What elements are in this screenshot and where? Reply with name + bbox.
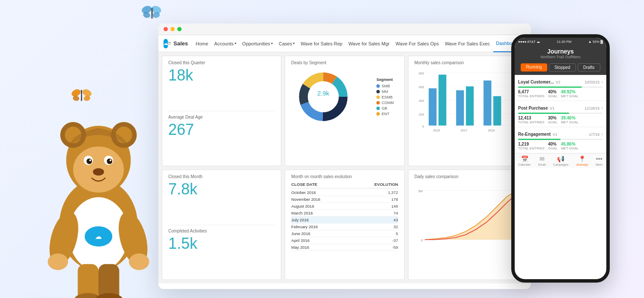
- phone-nav-journeys[interactable]: 📍 Journeys: [576, 155, 588, 166]
- table-row: March 2016 74: [291, 210, 398, 217]
- table-row-highlight: July 2016 43: [291, 217, 398, 224]
- col-evolution: EVOLUTION: [374, 182, 398, 187]
- nav-wave-mgr[interactable]: Wave for Sales Mgr: [346, 35, 392, 52]
- journey-1-date-group: 10/20/15 ›: [584, 77, 603, 85]
- card-month-on-month: Month on month sales evolution CLOSE DAT…: [285, 170, 404, 280]
- nav-wave-exec[interactable]: Wave For Sales Exec: [442, 35, 492, 52]
- phone-tabs: Running Stopped Drafts: [515, 62, 606, 75]
- phone-status-time: 11:20 PM: [557, 40, 571, 44]
- journey-1-progress-fill: [518, 86, 582, 88]
- row-val-0: 1,372: [388, 190, 398, 195]
- journey-2-name: Post Purchase: [518, 106, 548, 110]
- row-val-7: -37: [392, 238, 398, 243]
- row-val-5: 32: [394, 224, 398, 229]
- salesforce-logo: ☁: [164, 39, 168, 48]
- journey-2-name-group: Post Purchase V1: [518, 104, 555, 111]
- svg-text:☁: ☁: [95, 233, 102, 240]
- row-date-8: May 2016: [291, 245, 392, 250]
- journey-2-version: V1: [550, 106, 555, 110]
- browser-close-dot[interactable]: [164, 27, 168, 31]
- browser-maximize-dot[interactable]: [177, 27, 182, 31]
- journey-2-met-label: MET GOAL: [561, 120, 578, 124]
- table-row: June 2016 5: [291, 230, 398, 237]
- nav-accounts[interactable]: Accounts ▾: [212, 35, 239, 52]
- journey-2-date: 11/18/15: [584, 106, 599, 110]
- journeys-icon: 📍: [578, 155, 586, 162]
- nav-links: Home Accounts ▾ Opportunities ▾ Cases ▾ …: [193, 35, 531, 52]
- row-date-7: April 2016: [291, 238, 392, 243]
- table-header: CLOSE DATE EVOLUTION: [291, 181, 398, 188]
- journey-3-stat-met: 45.86% MET GOAL: [561, 142, 578, 150]
- chevron-right-icon-3: ›: [602, 132, 603, 137]
- journey-2-goal-label: GOAL: [548, 120, 558, 124]
- legend-dot-ent: [376, 112, 380, 116]
- legend-label-comm: COMM: [382, 101, 394, 105]
- phone-nav-more-label: More: [596, 163, 602, 166]
- journey-2-stat-goal: 30% GOAL: [548, 116, 558, 124]
- daily-sales-chart: 5M 0: [414, 181, 521, 251]
- month-on-month-table: CLOSE DATE EVOLUTION October 2016 1,372 …: [291, 181, 398, 251]
- legend-label-mm: MM: [382, 89, 388, 94]
- journey-3-progress-fill: [518, 139, 561, 140]
- journey-3-date: 1/7/16: [589, 132, 599, 137]
- svg-point-21: [107, 158, 112, 164]
- completed-activities-section: Completed Activities 1.5k: [168, 229, 275, 276]
- phone-tab-drafts[interactable]: Drafts: [578, 63, 600, 72]
- svg-rect-55: [483, 80, 491, 125]
- journey-1-met-label: MET GOAL: [561, 94, 578, 98]
- svg-text:0: 0: [422, 125, 424, 128]
- row-val-2: 149: [391, 204, 398, 209]
- chevron-right-icon: ›: [602, 80, 603, 84]
- legend-dot-smb: [376, 84, 380, 88]
- journey-1-goal-label: GOAL: [548, 94, 558, 98]
- svg-text:2016: 2016: [433, 128, 440, 132]
- legend-title: Segment: [376, 77, 394, 82]
- row-date-1: November 2016: [291, 197, 391, 202]
- phone-nav-email[interactable]: ✉ Email: [538, 155, 546, 166]
- journey-2-date-group: 11/18/15 ›: [584, 104, 603, 111]
- closed-quarter-value: 18k: [168, 67, 275, 84]
- nav-cases[interactable]: Cases ▾: [276, 35, 297, 52]
- donut-legend: Segment SMB MM ESMB COM: [376, 77, 394, 116]
- monthly-bar-chart: 800 600 400 200 0: [414, 67, 521, 135]
- nav-wave-ops[interactable]: Wave For Sales Ops: [393, 35, 441, 52]
- journey-item-3[interactable]: Re-Engagement V1 1/7/16 › 1,219 TOTAL EN…: [515, 127, 606, 153]
- journey-1-progress-bar: [518, 86, 603, 88]
- journey-1-stats: 6,477 TOTAL ENTRIES 40% GOAL 49.92% MET …: [518, 89, 603, 98]
- completed-activities-title: Completed Activities: [168, 229, 275, 233]
- journey-1-stat-goal: 40% GOAL: [548, 89, 558, 98]
- journey-item-2[interactable]: Post Purchase V1 11/18/15 › 12,413 TOTAL…: [515, 101, 606, 127]
- svg-rect-51: [429, 88, 436, 125]
- journey-2-entries-val: 12,413: [518, 116, 545, 120]
- phone-tab-running[interactable]: Running: [521, 63, 547, 72]
- svg-text:800: 800: [419, 72, 424, 75]
- journey-1-goal-val: 40%: [548, 89, 558, 94]
- nav-opportunities[interactable]: Opportunities ▾: [240, 35, 275, 52]
- phone-bottom-nav: 📅 Calendar ✉ Email 📢 Campaigns 📍 Journey…: [515, 153, 606, 168]
- row-date-0: October 2016: [291, 190, 388, 195]
- phone-nav-campaigns-label: Campaigns: [553, 163, 568, 166]
- nav-home[interactable]: Home: [193, 35, 211, 52]
- card-monthly-sales: Monthly sales comparison 800 600 400 200…: [408, 56, 528, 166]
- legend-label-esmb: ESMB: [382, 95, 393, 99]
- journey-1-met-val: 49.92%: [561, 89, 578, 94]
- nav-wave-rep[interactable]: Wave for Sales Rep: [298, 35, 345, 52]
- journey-2-stat-met: 39.46% MET GOAL: [561, 116, 578, 124]
- row-date-3: March 2016: [291, 211, 394, 215]
- journey-item-1[interactable]: Loyal Customer... V2 10/20/15 › 6,477 TO…: [515, 75, 606, 101]
- phone-status-left: ●●●● AT&T ☁: [518, 40, 540, 44]
- phone-tab-stopped[interactable]: Stopped: [549, 63, 576, 72]
- journey-3-stat-entries: 1,219 TOTAL ENTRIES: [518, 142, 545, 150]
- phone-nav-more[interactable]: ••• More: [596, 155, 602, 166]
- row-val-8: -59: [392, 245, 398, 250]
- svg-text:600: 600: [419, 85, 424, 89]
- browser-minimize-dot[interactable]: [170, 27, 175, 31]
- card-deals-segment: Deals by Segment 2.9k Seg: [285, 56, 404, 166]
- svg-point-24: [93, 168, 104, 176]
- phone-title: Journeys: [518, 48, 603, 55]
- app-grid-icon[interactable]: ⠿: [168, 41, 171, 46]
- phone-nav-campaigns[interactable]: 📢 Campaigns: [553, 155, 568, 166]
- card-metrics-left: Closed this Quarter 18k Average Deal Age…: [162, 56, 281, 166]
- phone-nav-calendar[interactable]: 📅 Calendar: [519, 155, 531, 166]
- svg-text:200: 200: [419, 113, 424, 116]
